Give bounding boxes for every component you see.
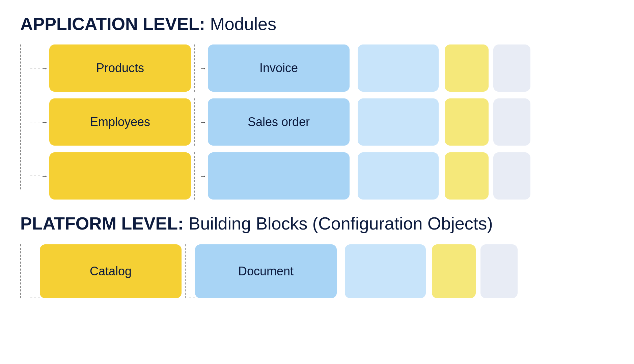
blue-light-3a xyxy=(358,152,439,200)
blue-light-2a xyxy=(358,98,439,146)
employees-box: Employees xyxy=(49,98,191,146)
platform-level-title: PLATFORM LEVEL: Building Blocks (Configu… xyxy=(20,213,614,234)
document-box: Document xyxy=(195,244,337,298)
app-level-title: APPLICATION LEVEL: Modules xyxy=(20,13,614,34)
tick-p1 xyxy=(30,298,40,298)
app-row-2: → Employees → Sales order xyxy=(30,98,614,146)
blue-light-1a xyxy=(358,44,439,92)
yellow-small-2 xyxy=(445,98,489,146)
arrow-1: → xyxy=(41,64,48,72)
tick-2 xyxy=(30,122,40,122)
gray-small-3 xyxy=(493,152,530,200)
arrow-3: → xyxy=(41,118,48,126)
tick-p1b xyxy=(189,298,195,298)
yellow-small-3 xyxy=(445,152,489,200)
col-divider-2 xyxy=(194,98,195,146)
sales-order-box: Sales order xyxy=(208,98,350,146)
products-box: Products xyxy=(49,44,191,92)
gray-small-p1 xyxy=(480,244,518,298)
invoice-box: Invoice xyxy=(208,44,350,92)
tick-1 xyxy=(30,68,40,68)
app-level-grid: → Products → Invoice → Employees → xyxy=(20,44,614,200)
platform-vertical-dashed xyxy=(20,244,21,298)
arrow-2: → xyxy=(200,64,206,72)
page-container: APPLICATION LEVEL: Modules → Products → … xyxy=(20,13,614,298)
app-row-1: → Products → Invoice xyxy=(30,44,614,92)
col-divider-p1 xyxy=(185,244,186,298)
platform-row-1: Catalog Document xyxy=(30,244,614,298)
empty-blue-box xyxy=(208,152,350,200)
gray-small-1 xyxy=(493,44,530,92)
arrow-6: → xyxy=(200,172,206,180)
arrow-4: → xyxy=(200,118,206,126)
arrow-5: → xyxy=(41,172,48,180)
app-vertical-dashed xyxy=(20,44,21,189)
catalog-box: Catalog xyxy=(40,244,182,298)
platform-level-grid: Catalog Document xyxy=(20,244,614,298)
app-row-3: → → xyxy=(30,152,614,200)
empty-yellow-box xyxy=(49,152,191,200)
tick-3 xyxy=(30,176,40,176)
gray-small-2 xyxy=(493,98,530,146)
yellow-small-1 xyxy=(445,44,489,92)
col-divider-3 xyxy=(194,152,195,200)
blue-light-p1 xyxy=(345,244,426,298)
col-divider-1 xyxy=(194,44,195,92)
yellow-small-p1 xyxy=(432,244,476,298)
